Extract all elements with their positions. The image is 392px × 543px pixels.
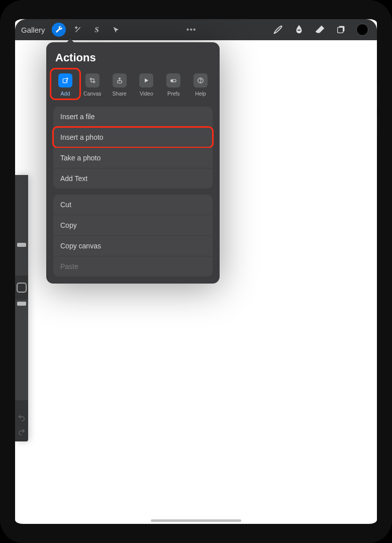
actions-button[interactable] xyxy=(49,20,68,39)
transform-button[interactable] xyxy=(107,20,126,39)
menu-item-label: Insert a photo xyxy=(60,133,104,141)
smudge-tool[interactable] xyxy=(288,24,310,35)
tab-video[interactable]: Video xyxy=(134,71,158,98)
redo-icon xyxy=(18,428,26,436)
tab-canvas[interactable]: Canvas xyxy=(80,71,105,98)
svg-point-5 xyxy=(171,80,173,81)
menu-group-insert: Insert a file Insert a photo Take a phot… xyxy=(53,107,213,189)
selection-button[interactable]: S xyxy=(87,20,107,39)
adjustments-button[interactable] xyxy=(68,20,87,39)
menu-cut[interactable]: Cut xyxy=(53,195,213,215)
brush-size-slider[interactable] xyxy=(15,175,28,276)
screen: Gallery S ••• xyxy=(15,19,377,524)
share-icon xyxy=(116,77,123,84)
popover-arrow xyxy=(66,39,74,43)
svg-point-7 xyxy=(201,81,201,82)
top-toolbar: Gallery S ••• xyxy=(15,19,377,40)
wand-icon xyxy=(74,26,82,34)
gallery-button[interactable]: Gallery xyxy=(19,26,49,34)
menu-add-text[interactable]: Add Text xyxy=(53,168,213,189)
wrench-icon xyxy=(55,26,63,34)
brush-size-handle[interactable] xyxy=(17,243,26,247)
menu-take-photo[interactable]: Take a photo xyxy=(53,148,213,168)
smudge-icon xyxy=(293,24,305,35)
tab-label: Video xyxy=(140,90,153,97)
undo-button[interactable] xyxy=(15,411,28,424)
eraser-icon xyxy=(315,24,326,35)
toggle-icon xyxy=(170,77,177,84)
layers-icon xyxy=(336,24,347,35)
play-icon xyxy=(143,77,150,84)
layers-button[interactable] xyxy=(331,24,352,35)
popover-title: Actions xyxy=(53,51,213,64)
actions-tab-row: Add Canvas Share Video Prefs xyxy=(53,71,213,98)
menu-paste: Paste xyxy=(53,256,213,277)
arrow-cursor-icon xyxy=(112,26,120,34)
modify-button[interactable] xyxy=(17,283,27,293)
actions-popover: Actions Add Canvas Share Video xyxy=(46,42,220,284)
crop-icon xyxy=(89,77,96,84)
tab-add[interactable]: Add xyxy=(53,71,77,98)
tab-help[interactable]: Help xyxy=(188,71,213,98)
more-icon[interactable]: ••• xyxy=(186,25,197,34)
svg-rect-1 xyxy=(338,27,343,33)
menu-group-clipboard: Cut Copy Copy canvas Paste xyxy=(53,195,213,277)
tab-label: Share xyxy=(113,90,127,97)
opacity-slider[interactable] xyxy=(15,300,28,400)
tab-label: Help xyxy=(195,90,206,97)
home-indicator[interactable] xyxy=(151,519,241,522)
brush-tool[interactable] xyxy=(267,24,288,35)
left-sidebar xyxy=(15,175,28,441)
redo-button[interactable] xyxy=(15,425,28,438)
menu-copy-canvas[interactable]: Copy canvas xyxy=(53,236,213,256)
brush-icon xyxy=(272,24,283,35)
menu-insert-file[interactable]: Insert a file xyxy=(53,107,213,127)
help-icon xyxy=(197,77,204,84)
tab-share[interactable]: Share xyxy=(108,71,132,98)
add-image-icon xyxy=(62,77,69,84)
color-dot-icon xyxy=(356,24,368,36)
tab-label: Canvas xyxy=(83,90,102,97)
tab-label: Prefs xyxy=(167,90,180,97)
undo-icon xyxy=(18,414,26,422)
tab-label: Add xyxy=(61,90,70,97)
color-picker[interactable] xyxy=(352,24,373,36)
menu-insert-photo[interactable]: Insert a photo xyxy=(53,127,213,147)
menu-copy[interactable]: Copy xyxy=(53,215,213,235)
tab-prefs[interactable]: Prefs xyxy=(161,71,185,98)
eraser-tool[interactable] xyxy=(310,24,331,35)
opacity-handle[interactable] xyxy=(17,302,26,306)
